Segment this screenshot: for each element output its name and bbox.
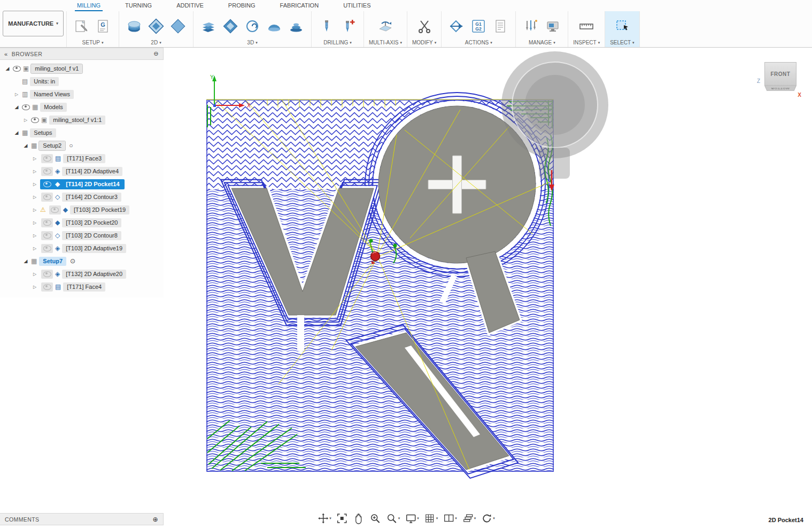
expand-arrow-icon[interactable]: ▷	[32, 182, 38, 187]
visibility-toggle[interactable]	[41, 180, 53, 189]
zoom-window-button[interactable]: ▾	[384, 512, 402, 525]
tab-additive[interactable]: ADDITIVE	[174, 1, 206, 11]
steps-button[interactable]: ▾	[460, 512, 478, 525]
tab-milling[interactable]: MILLING	[75, 1, 103, 11]
tree-item-pocket19[interactable]: ▷ ⚠ ◆ [T103] 2D Pocket19	[0, 203, 164, 216]
tree-item-setups[interactable]: ◢ ▦ Setups	[0, 126, 164, 139]
tree-item-label[interactable]: [T171] Face4	[63, 282, 105, 292]
tree-item-label[interactable]: Units: in	[30, 77, 59, 86]
tree-item-label[interactable]: [T114] 2D Adaptive4	[62, 167, 122, 176]
expand-arrow-icon[interactable]: ◢	[13, 130, 20, 135]
refresh-button[interactable]: ▾	[479, 512, 497, 525]
tree-item-adaptive20[interactable]: ▷ ◈ [T132] 2D Adaptive20	[0, 267, 164, 280]
tree-item-label[interactable]: miling_stool_f v1:1	[49, 116, 105, 125]
3d-spiral-button[interactable]	[242, 15, 262, 37]
visibility-toggle[interactable]	[41, 154, 53, 163]
tree-item-pocket14-selected[interactable]: ▷ ◆ [T114] 2D Pocket14	[0, 178, 164, 190]
fit-view-button[interactable]	[335, 512, 350, 525]
visibility-toggle[interactable]	[41, 218, 53, 227]
group-modify-label[interactable]: MODIFY▾	[412, 40, 436, 45]
expand-arrow-icon[interactable]: ▷	[32, 195, 38, 200]
tree-item-pocket20[interactable]: ▷ ◆ [T103] 2D Pocket20	[0, 216, 164, 229]
expand-arrow-icon[interactable]: ▷	[32, 169, 38, 174]
measure-button[interactable]	[576, 15, 597, 37]
machine-library-button[interactable]	[543, 15, 563, 37]
visibility-toggle[interactable]	[41, 244, 53, 253]
tree-item-setup2[interactable]: ◢ ▦ Setup2 ○	[0, 139, 164, 152]
2d-adaptive-button[interactable]	[124, 15, 144, 37]
viewports-button[interactable]: ▾	[441, 512, 459, 525]
3d-pocket-button[interactable]	[220, 15, 241, 37]
group-inspect-label[interactable]: INSPECT▾	[573, 40, 600, 45]
expand-arrow-icon[interactable]: ▷	[32, 233, 38, 238]
group-select-label[interactable]: SELECT▾	[610, 40, 634, 45]
new-setup-button[interactable]	[72, 15, 92, 37]
tool-library-button[interactable]	[521, 15, 541, 37]
expand-arrow-icon[interactable]: ▷	[32, 272, 38, 277]
comments-bar[interactable]: COMMENTS ⊕	[0, 513, 164, 525]
visibility-eye-icon[interactable]	[22, 104, 30, 110]
setup-marker-circle-icon[interactable]: ○	[69, 142, 73, 149]
expand-arrow-icon[interactable]: ◢	[4, 66, 11, 71]
3d-scallop-button[interactable]	[264, 15, 284, 37]
g1g2-button[interactable]: G1 G2	[468, 15, 489, 37]
tab-probing[interactable]: PROBING	[226, 1, 258, 11]
group-2d-label[interactable]: 2D▾	[151, 40, 161, 45]
workspace-dropdown-button[interactable]: MANUFACTURE ▾	[3, 11, 63, 36]
circle-minus-icon[interactable]: ⊖	[153, 50, 159, 57]
tree-item-label[interactable]: Setup7	[39, 257, 66, 266]
tree-item-label[interactable]: Models	[40, 103, 66, 112]
group-drilling-label[interactable]: DRILLING▾	[323, 40, 352, 45]
visibility-toggle[interactable]	[41, 270, 53, 279]
tap-drill-button[interactable]	[338, 15, 359, 37]
nc-program-button[interactable]: G	[94, 15, 114, 37]
tree-item-model-instance[interactable]: ▷ ▣ miling_stool_f v1:1	[0, 113, 164, 126]
visibility-toggle[interactable]	[41, 282, 53, 292]
group-multiaxis-label[interactable]: MULTI-AXIS▾	[369, 40, 402, 45]
circle-plus-icon[interactable]: ⊕	[153, 516, 158, 523]
expand-arrow-icon[interactable]: ▷	[22, 118, 29, 123]
select-button[interactable]	[612, 15, 632, 37]
tree-item-face4[interactable]: ▷ ▤ [T171] Face4	[0, 280, 164, 293]
expand-arrow-icon[interactable]: ▷	[32, 246, 38, 251]
tab-turning[interactable]: TURNING	[123, 1, 154, 11]
view-cube[interactable]: FRONT BOTTOM Z X	[761, 62, 799, 95]
tree-item-units[interactable]: ▷ ▤ Units: in	[0, 75, 164, 88]
tree-item-named-views[interactable]: ▷ ▥ Named Views	[0, 88, 164, 101]
tree-item-label[interactable]: [T103] 2D Contour8	[62, 231, 121, 240]
group-setup-label[interactable]: SETUP▾	[82, 40, 104, 45]
display-settings-button[interactable]: ▾	[403, 512, 421, 525]
2d-pocket-button[interactable]	[146, 15, 166, 37]
expand-arrow-icon[interactable]: ▷	[32, 156, 38, 161]
expand-arrow-icon[interactable]: ◢	[22, 143, 29, 148]
view-cube-front-face[interactable]: FRONT	[764, 62, 796, 86]
tree-item-adaptive19[interactable]: ▷ ◈ [T103] 2D Adaptive19	[0, 242, 164, 255]
3d-adaptive-button[interactable]	[198, 15, 219, 37]
group-3d-label[interactable]: 3D▾	[247, 40, 257, 45]
tree-item-label[interactable]: miling_stool_f v1	[31, 64, 82, 73]
tree-item-models[interactable]: ◢ ▦ Models	[0, 101, 164, 113]
visibility-toggle[interactable]	[49, 205, 61, 215]
tree-item-root[interactable]: ◢ ▣ miling_stool_f v1	[0, 62, 164, 75]
setup-sheet-button[interactable]	[490, 15, 511, 37]
tree-item-label[interactable]: [T103] 2D Pocket20	[62, 218, 121, 227]
tree-item-adaptive4[interactable]: ▷ ◈ [T114] 2D Adaptive4	[0, 165, 164, 178]
expand-arrow-icon[interactable]: ◢	[13, 104, 20, 110]
expand-arrow-icon[interactable]: ▷	[32, 285, 38, 289]
tree-item-label[interactable]: [T171] Face3	[63, 154, 105, 163]
expand-arrow-icon[interactable]: ▷	[13, 92, 20, 97]
view-cube-bottom-face[interactable]: BOTTOM	[764, 86, 796, 91]
tree-item-contour8[interactable]: ▷ ◇ [T103] 2D Contour8	[0, 229, 164, 242]
multiaxis-button[interactable]	[375, 15, 396, 37]
tab-fabrication[interactable]: FABRICATION	[278, 1, 321, 11]
tree-item-label[interactable]: Setup2	[39, 141, 65, 150]
zoom-button[interactable]	[368, 512, 383, 525]
pan-button[interactable]	[351, 512, 366, 525]
visibility-eye-icon[interactable]	[31, 117, 39, 123]
visibility-toggle[interactable]	[41, 193, 53, 202]
tree-item-setup7[interactable]: ◢ ▦ Setup7 ⊙	[0, 255, 164, 267]
expand-arrow-icon[interactable]: ▷	[32, 208, 38, 212]
expand-arrow-icon[interactable]: ◢	[22, 258, 29, 264]
tab-utilities[interactable]: UTILITIES	[341, 1, 373, 11]
tree-item-label[interactable]: [T103] 2D Pocket19	[70, 205, 129, 215]
